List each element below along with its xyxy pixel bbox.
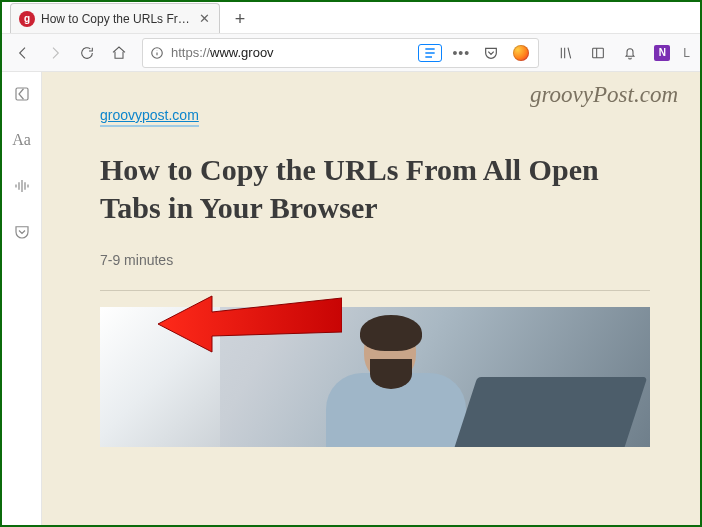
- site-link-wrap: groovypost.com: [100, 106, 199, 127]
- content-row: Aa groovyPost.com groovypost.com How to …: [2, 72, 700, 525]
- url-text: https://www.groov: [171, 45, 412, 60]
- library-icon[interactable]: [551, 38, 581, 68]
- reader-mode-icon[interactable]: [418, 44, 442, 62]
- forward-button[interactable]: [40, 38, 70, 68]
- site-link[interactable]: groovypost.com: [100, 107, 199, 123]
- titlebar: g How to Copy the URLs From All Open Tab…: [2, 2, 700, 34]
- font-settings-icon[interactable]: Aa: [8, 126, 36, 154]
- profile-letter[interactable]: L: [683, 46, 690, 60]
- tab-close-icon[interactable]: ✕: [197, 12, 211, 26]
- article-title: How to Copy the URLs From All Open Tabs …: [100, 151, 650, 226]
- hero-image: [100, 307, 650, 447]
- onenote-icon[interactable]: N: [647, 38, 677, 68]
- tab-title: How to Copy the URLs From All Open Tabs …: [41, 12, 191, 26]
- notifications-icon[interactable]: [615, 38, 645, 68]
- narrate-icon[interactable]: [8, 172, 36, 200]
- site-info-icon[interactable]: [149, 45, 165, 61]
- nav-toolbar: https://www.groov •••: [2, 34, 700, 72]
- url-bar[interactable]: https://www.groov •••: [142, 38, 539, 68]
- reader-sidebar: Aa: [2, 72, 42, 525]
- read-time: 7-9 minutes: [100, 252, 650, 268]
- watermark-text: groovyPost.com: [530, 82, 678, 108]
- svg-rect-1: [593, 48, 604, 57]
- toolbar-right: N L: [551, 38, 694, 68]
- tab-active[interactable]: g How to Copy the URLs From All Open Tab…: [10, 3, 220, 33]
- home-button[interactable]: [104, 38, 134, 68]
- save-pocket-icon[interactable]: [8, 218, 36, 246]
- sidebar-toggle-icon[interactable]: [583, 38, 613, 68]
- firefox-account-icon[interactable]: [510, 42, 532, 64]
- tab-favicon: g: [19, 11, 35, 27]
- reader-view: groovyPost.com groovypost.com How to Cop…: [42, 72, 700, 525]
- tab-strip: g How to Copy the URLs From All Open Tab…: [2, 1, 254, 33]
- reload-button[interactable]: [72, 38, 102, 68]
- page-actions-icon[interactable]: •••: [450, 42, 472, 64]
- browser-window: g How to Copy the URLs From All Open Tab…: [2, 2, 700, 525]
- back-button[interactable]: [8, 38, 38, 68]
- pocket-icon[interactable]: [480, 42, 502, 64]
- new-tab-button[interactable]: +: [226, 5, 254, 33]
- divider: [100, 290, 650, 291]
- back-to-page-icon[interactable]: [8, 80, 36, 108]
